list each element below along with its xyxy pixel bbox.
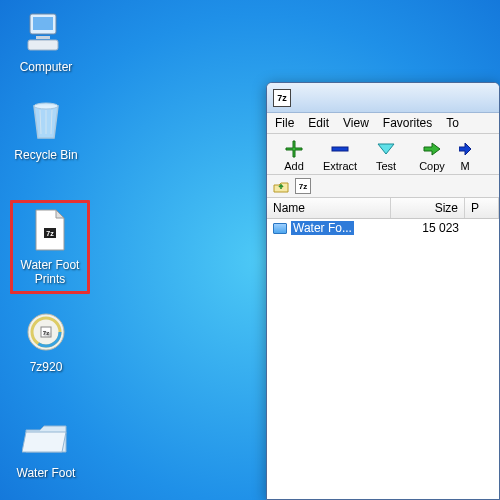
menubar: File Edit View Favorites To [267, 113, 499, 134]
desktop-icon-label: Recycle Bin [8, 148, 84, 162]
tool-test[interactable]: Test [363, 138, 409, 172]
toolbar: Add Extract Test Copy M [267, 134, 499, 175]
archive-file-icon: 7z [26, 206, 74, 254]
image-file-icon [273, 223, 287, 234]
folder-icon [22, 414, 70, 462]
desktop-icon-label: Water Foot Prints [13, 258, 87, 286]
column-size[interactable]: Size [391, 198, 465, 218]
desktop-icon-label: Computer [8, 60, 84, 74]
column-name[interactable]: Name [267, 198, 391, 218]
minus-icon [317, 138, 363, 160]
file-list[interactable]: Water Fo... 15 023 [267, 219, 499, 500]
tool-move[interactable]: M [455, 138, 475, 172]
tool-label: Extract [317, 160, 363, 172]
menu-edit[interactable]: Edit [308, 116, 329, 130]
svg-rect-15 [332, 147, 348, 151]
menu-favorites[interactable]: Favorites [383, 116, 432, 130]
tool-copy[interactable]: Copy [409, 138, 455, 172]
desktop-icon-waterfootprints[interactable]: 7z Water Foot Prints [10, 200, 90, 294]
folder-up-icon[interactable] [273, 178, 289, 194]
tool-label: Add [271, 160, 317, 172]
svg-text:7z: 7z [43, 330, 49, 336]
column-packed[interactable]: P [465, 198, 499, 218]
svg-rect-1 [33, 17, 53, 30]
menu-view[interactable]: View [343, 116, 369, 130]
desktop-icon-waterfoot-folder[interactable]: Water Foot [8, 414, 84, 480]
location-bar: 7z [267, 175, 499, 198]
tool-label: Test [363, 160, 409, 172]
desktop-icon-recyclebin[interactable]: Recycle Bin [8, 96, 84, 162]
svg-text:7z: 7z [46, 230, 54, 237]
menu-file[interactable]: File [275, 116, 294, 130]
recycle-bin-icon [22, 96, 70, 144]
desktop-icon-label: 7z920 [8, 360, 84, 374]
list-item[interactable]: Water Fo... 15 023 [267, 219, 499, 237]
plus-icon [271, 138, 317, 160]
window-titlebar[interactable]: 7z [267, 83, 499, 113]
list-header: Name Size P [267, 198, 499, 219]
installer-icon: 7z [22, 308, 70, 356]
svg-rect-2 [36, 36, 50, 39]
desktop-icon-computer[interactable]: Computer [8, 8, 84, 74]
file-size: 15 023 [391, 221, 465, 235]
app-icon: 7z [273, 89, 291, 107]
arrow-right-icon [455, 138, 475, 160]
desktop-icon-label: Water Foot [8, 466, 84, 480]
desktop-icon-7z920[interactable]: 7z 7z920 [8, 308, 84, 374]
tool-label: Copy [409, 160, 455, 172]
tool-extract[interactable]: Extract [317, 138, 363, 172]
archive-icon: 7z [295, 178, 311, 194]
menu-tools[interactable]: To [446, 116, 459, 130]
chevron-down-icon [363, 138, 409, 160]
file-name: Water Fo... [291, 221, 354, 235]
tool-add[interactable]: Add [271, 138, 317, 172]
tool-label: M [455, 160, 475, 172]
arrow-right-icon [409, 138, 455, 160]
sevenzip-window: 7z File Edit View Favorites To Add Extra… [266, 82, 500, 500]
computer-icon [22, 8, 70, 56]
svg-point-4 [34, 103, 58, 109]
svg-rect-3 [28, 40, 58, 50]
